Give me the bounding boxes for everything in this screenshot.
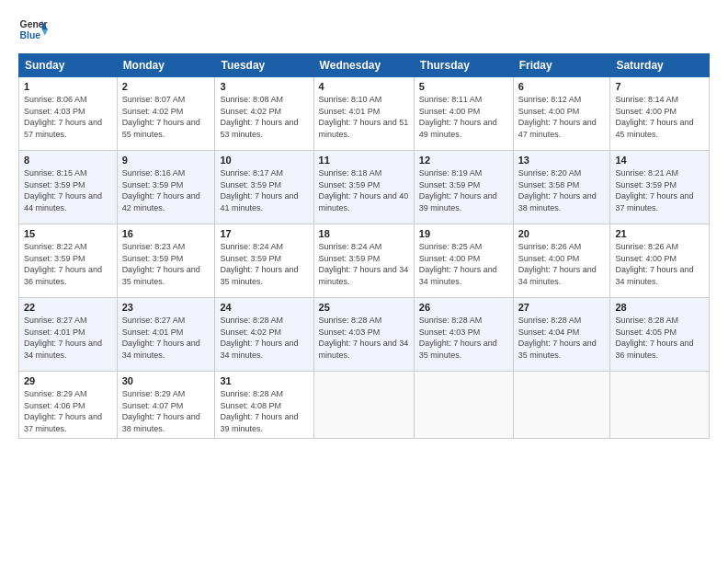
day-number: 9 [122, 155, 210, 166]
day-number: 31 [220, 375, 308, 386]
daylight: Daylight: 7 hours and 38 minutes. [122, 412, 200, 433]
sunrise: Sunrise: 8:07 AM [122, 95, 186, 104]
daylight: Daylight: 7 hours and 34 minutes. [319, 339, 409, 360]
sunrise: Sunrise: 8:29 AM [24, 389, 87, 398]
sunset: Sunset: 3:59 PM [319, 180, 381, 190]
sunrise: Sunrise: 8:14 AM [615, 95, 678, 104]
calendar-cell: 5 Sunrise: 8:11 AM Sunset: 4:00 PM Dayli… [414, 77, 513, 151]
day-info: Sunrise: 8:06 AM Sunset: 4:03 PM Dayligh… [24, 94, 112, 140]
calendar-cell: 11 Sunrise: 8:18 AM Sunset: 3:59 PM Dayl… [313, 151, 414, 224]
weekday-friday: Friday [513, 54, 610, 77]
weekday-tuesday: Tuesday [215, 54, 313, 77]
sunset: Sunset: 4:01 PM [122, 327, 184, 337]
day-number: 28 [615, 302, 704, 313]
day-info: Sunrise: 8:07 AM Sunset: 4:02 PM Dayligh… [122, 94, 210, 140]
weekday-saturday: Saturday [610, 54, 710, 77]
daylight: Daylight: 7 hours and 39 minutes. [419, 191, 497, 213]
calendar-cell: 8 Sunrise: 8:15 AM Sunset: 3:59 PM Dayli… [19, 151, 118, 224]
sunrise: Sunrise: 8:21 AM [615, 168, 678, 178]
calendar-cell: 10 Sunrise: 8:17 AM Sunset: 3:59 PM Dayl… [215, 151, 313, 224]
sunrise: Sunrise: 8:27 AM [24, 316, 87, 325]
day-info: Sunrise: 8:27 AM Sunset: 4:01 PM Dayligh… [122, 315, 210, 361]
sunrise: Sunrise: 8:26 AM [518, 242, 582, 251]
sunset: Sunset: 4:06 PM [24, 401, 85, 410]
day-number: 21 [615, 228, 704, 239]
page: General Blue SundayMondayTuesdayWednesda… [0, 0, 728, 563]
weekday-monday: Monday [117, 54, 215, 77]
calendar-table: SundayMondayTuesdayWednesdayThursdayFrid… [18, 53, 710, 439]
day-info: Sunrise: 8:12 AM Sunset: 4:00 PM Dayligh… [518, 94, 606, 140]
daylight: Daylight: 7 hours and 34 minutes. [24, 339, 102, 360]
calendar-cell: 24 Sunrise: 8:28 AM Sunset: 4:02 PM Dayl… [215, 298, 313, 372]
daylight: Daylight: 7 hours and 34 minutes. [419, 265, 497, 286]
sunrise: Sunrise: 8:18 AM [319, 168, 382, 178]
daylight: Daylight: 7 hours and 44 minutes. [24, 191, 102, 213]
sunset: Sunset: 4:00 PM [615, 107, 677, 116]
day-info: Sunrise: 8:18 AM Sunset: 3:59 PM Dayligh… [319, 167, 409, 213]
day-number: 7 [615, 81, 704, 92]
day-number: 3 [220, 81, 308, 92]
day-info: Sunrise: 8:10 AM Sunset: 4:01 PM Dayligh… [319, 94, 409, 140]
day-number: 8 [24, 155, 112, 166]
logo: General Blue [18, 15, 48, 44]
day-number: 16 [122, 228, 210, 239]
sunset: Sunset: 3:59 PM [122, 180, 184, 190]
sunset: Sunset: 4:08 PM [220, 401, 281, 410]
day-number: 10 [220, 155, 308, 166]
day-number: 26 [419, 302, 508, 313]
sunrise: Sunrise: 8:26 AM [615, 242, 678, 251]
calendar-cell: 26 Sunrise: 8:28 AM Sunset: 4:03 PM Dayl… [414, 298, 513, 372]
calendar-cell: 21 Sunrise: 8:26 AM Sunset: 4:00 PM Dayl… [610, 224, 710, 298]
sunset: Sunset: 4:00 PM [518, 107, 580, 116]
daylight: Daylight: 7 hours and 35 minutes. [122, 265, 200, 286]
day-info: Sunrise: 8:28 AM Sunset: 4:04 PM Dayligh… [518, 315, 606, 361]
daylight: Daylight: 7 hours and 39 minutes. [220, 412, 298, 433]
sunset: Sunset: 4:05 PM [615, 327, 677, 337]
sunrise: Sunrise: 8:28 AM [220, 389, 283, 398]
sunrise: Sunrise: 8:19 AM [419, 168, 483, 178]
sunset: Sunset: 4:02 PM [220, 107, 281, 116]
sunset: Sunset: 3:58 PM [518, 180, 580, 190]
calendar-cell: 25 Sunrise: 8:28 AM Sunset: 4:03 PM Dayl… [313, 298, 414, 372]
calendar-cell [513, 372, 610, 439]
daylight: Daylight: 7 hours and 51 minutes. [319, 118, 409, 139]
day-number: 17 [220, 228, 308, 239]
sunrise: Sunrise: 8:12 AM [518, 95, 582, 104]
sunset: Sunset: 3:59 PM [122, 254, 184, 263]
sunset: Sunset: 4:01 PM [24, 327, 85, 337]
day-info: Sunrise: 8:19 AM Sunset: 3:59 PM Dayligh… [419, 167, 508, 213]
sunset: Sunset: 3:59 PM [615, 180, 677, 190]
calendar-cell: 2 Sunrise: 8:07 AM Sunset: 4:02 PM Dayli… [117, 77, 215, 151]
daylight: Daylight: 7 hours and 34 minutes. [122, 339, 200, 360]
sunset: Sunset: 4:03 PM [24, 107, 85, 116]
sunrise: Sunrise: 8:16 AM [122, 168, 186, 178]
sunrise: Sunrise: 8:24 AM [319, 242, 382, 251]
day-info: Sunrise: 8:20 AM Sunset: 3:58 PM Dayligh… [518, 167, 606, 213]
sunrise: Sunrise: 8:24 AM [220, 242, 283, 251]
sunrise: Sunrise: 8:10 AM [319, 95, 382, 104]
daylight: Daylight: 7 hours and 40 minutes. [319, 191, 409, 213]
day-info: Sunrise: 8:28 AM Sunset: 4:08 PM Dayligh… [220, 388, 308, 434]
sunrise: Sunrise: 8:22 AM [24, 242, 87, 251]
sunset: Sunset: 3:59 PM [24, 254, 85, 263]
day-number: 15 [24, 228, 112, 239]
calendar-cell: 31 Sunrise: 8:28 AM Sunset: 4:08 PM Dayl… [215, 372, 313, 439]
sunrise: Sunrise: 8:28 AM [220, 316, 283, 325]
sunset: Sunset: 4:00 PM [518, 254, 580, 263]
sunrise: Sunrise: 8:23 AM [122, 242, 186, 251]
day-number: 24 [220, 302, 308, 313]
day-number: 1 [24, 81, 112, 92]
calendar-cell: 20 Sunrise: 8:26 AM Sunset: 4:00 PM Dayl… [513, 224, 610, 298]
calendar-cell: 3 Sunrise: 8:08 AM Sunset: 4:02 PM Dayli… [215, 77, 313, 151]
sunrise: Sunrise: 8:28 AM [419, 316, 483, 325]
calendar-cell [414, 372, 513, 439]
daylight: Daylight: 7 hours and 53 minutes. [220, 118, 298, 139]
daylight: Daylight: 7 hours and 35 minutes. [220, 265, 298, 286]
sunset: Sunset: 4:03 PM [319, 327, 381, 337]
day-number: 25 [319, 302, 409, 313]
sunset: Sunset: 4:04 PM [518, 327, 580, 337]
calendar-cell: 18 Sunrise: 8:24 AM Sunset: 3:59 PM Dayl… [313, 224, 414, 298]
day-info: Sunrise: 8:23 AM Sunset: 3:59 PM Dayligh… [122, 241, 210, 287]
daylight: Daylight: 7 hours and 34 minutes. [615, 265, 693, 286]
weekday-wednesday: Wednesday [313, 54, 414, 77]
